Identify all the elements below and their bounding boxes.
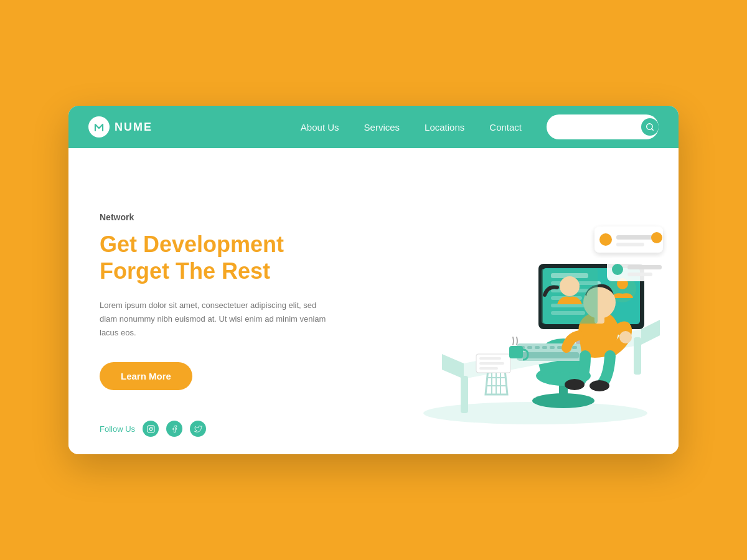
right-panel xyxy=(374,148,679,454)
svg-rect-32 xyxy=(616,235,657,240)
svg-rect-11 xyxy=(535,346,540,349)
svg-point-60 xyxy=(152,426,153,427)
left-panel: Network Get Development Forget The Rest … xyxy=(68,148,374,454)
instagram-icon[interactable] xyxy=(143,421,159,437)
svg-point-38 xyxy=(651,232,662,243)
svg-point-35 xyxy=(612,264,623,275)
headline: Get Development Forget The Rest xyxy=(100,231,342,284)
main-content: Network Get Development Forget The Rest … xyxy=(68,148,679,454)
search-button[interactable] xyxy=(641,118,659,136)
svg-rect-33 xyxy=(616,243,644,246)
follow-label: Follow Us xyxy=(100,424,135,434)
svg-rect-7 xyxy=(634,337,641,375)
svg-rect-55 xyxy=(479,362,504,365)
svg-rect-56 xyxy=(479,367,498,370)
svg-point-45 xyxy=(560,276,580,296)
svg-rect-37 xyxy=(627,273,652,276)
svg-point-31 xyxy=(599,233,612,246)
search-input[interactable] xyxy=(557,123,637,132)
svg-rect-57 xyxy=(509,346,523,358)
nav-locations[interactable]: Locations xyxy=(425,122,464,133)
svg-rect-14 xyxy=(557,346,562,349)
nav-contact[interactable]: Contact xyxy=(489,122,522,133)
browser-window: NUME About Us Services Locations Contact… xyxy=(68,106,679,454)
hero-illustration xyxy=(374,148,679,454)
svg-rect-6 xyxy=(461,376,468,413)
svg-point-42 xyxy=(565,379,585,390)
headline-line2: Forget The Rest xyxy=(100,258,342,284)
svg-rect-13 xyxy=(550,346,555,349)
logo-area: NUME xyxy=(88,116,153,138)
twitter-icon[interactable] xyxy=(190,421,206,437)
headline-line1: Get Development xyxy=(100,231,342,258)
facebook-icon[interactable] xyxy=(166,421,182,437)
svg-rect-10 xyxy=(527,346,532,349)
learn-more-button[interactable]: Learn More xyxy=(100,362,192,390)
svg-rect-36 xyxy=(627,265,662,269)
svg-rect-54 xyxy=(479,357,501,360)
follow-section: Follow Us xyxy=(100,421,206,437)
category-label: Network xyxy=(100,212,342,222)
svg-rect-16 xyxy=(572,346,577,349)
svg-point-2 xyxy=(423,402,647,424)
svg-rect-12 xyxy=(542,346,547,349)
svg-line-1 xyxy=(652,129,654,131)
navbar: NUME About Us Services Locations Contact xyxy=(68,106,679,148)
hero-description: Lorem ipsum dolor sit amet, consectetuer… xyxy=(100,299,330,340)
svg-point-43 xyxy=(590,380,609,391)
logo-icon xyxy=(88,116,110,138)
search-bar xyxy=(547,114,659,139)
nav-services[interactable]: Services xyxy=(364,122,400,133)
nav-about-us[interactable]: About Us xyxy=(301,122,339,133)
svg-point-41 xyxy=(619,331,632,343)
svg-point-59 xyxy=(149,427,152,430)
svg-rect-58 xyxy=(148,426,154,432)
nav-links: About Us Services Locations Contact xyxy=(301,122,522,133)
brand-name: NUME xyxy=(115,121,153,134)
